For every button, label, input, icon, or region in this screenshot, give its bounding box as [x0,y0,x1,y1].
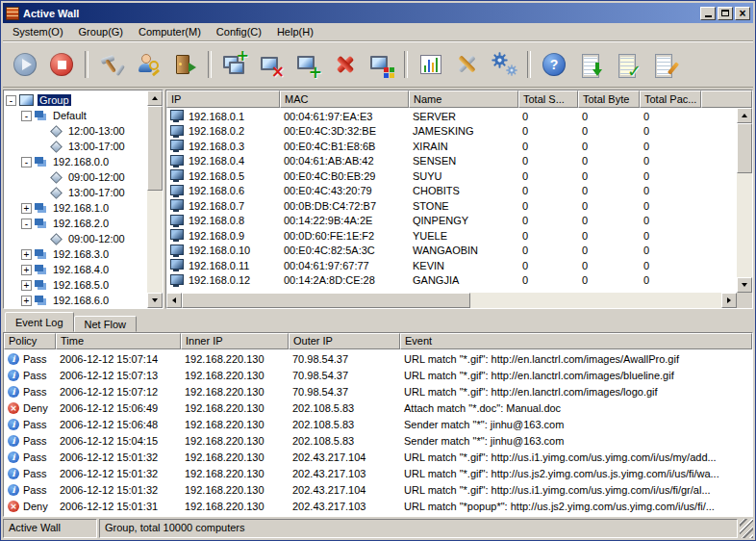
tree-expander[interactable]: - [21,219,32,229]
scroll-left-button[interactable] [166,293,182,308]
computer-row[interactable]: 192.168.0.2 00:E0:4C:3D:32:BE JAMESKING … [166,124,737,140]
event-row[interactable]: iPass 2006-12-12 15:01:32 192.168.220.13… [4,481,752,498]
computer-row[interactable]: 192.168.0.11 00:04:61:97:67:77 KEVIN 0 0… [166,258,737,273]
scroll-up-button[interactable] [147,90,163,106]
computer-row[interactable]: 192.168.0.1 00:04:61:97:EA:E3 SERVER 0 0… [166,109,737,124]
policy-button[interactable] [363,47,399,82]
tree-expander[interactable]: + [21,280,32,291]
services-button[interactable] [486,47,522,82]
column-header[interactable]: Total Byte [578,90,640,108]
tree-vertical-scrollbar[interactable] [147,90,163,308]
computer-total-packets: 0 [640,155,701,167]
chart-button[interactable] [413,47,449,82]
export-button[interactable] [572,47,609,82]
bottom-tab-strip: Event Log Net Flow [3,311,753,332]
install-button[interactable]: + [290,47,326,82]
event-row[interactable]: ×Deny 2006-12-12 15:06:49 192.168.220.13… [4,399,752,416]
tree-expander[interactable]: - [21,157,32,167]
verify-button[interactable]: ✓ [609,47,645,82]
computers-vertical-scrollbar[interactable] [737,108,752,293]
tree-item[interactable]: - 192.168.0.0 [4,154,147,169]
computer-row[interactable]: 192.168.0.7 00:0B:DB:C4:72:B7 STONE 0 0 … [166,198,737,214]
event-row[interactable]: iPass 2006-12-12 15:06:48 192.168.220.13… [4,416,752,432]
stop-button[interactable] [43,47,80,82]
tree-item[interactable]: + 192.168.6.0 [4,293,147,308]
computer-row[interactable]: 192.168.0.6 00:E0:4C:43:20:79 CHOBITS 0 … [166,184,737,199]
column-header[interactable]: MAC [280,90,409,108]
tab[interactable]: Event Log [5,312,74,332]
tree-expander[interactable]: - [21,111,32,121]
title-bar[interactable]: Active Wall [3,3,753,23]
event-row[interactable]: iPass 2006-12-12 15:01:32 192.168.220.13… [4,465,752,481]
column-header[interactable]: Total S... [518,90,578,108]
tree-item[interactable]: + 192.168.4.0 [4,262,147,277]
maximize-button[interactable] [718,7,733,20]
start-button[interactable] [7,47,43,82]
computers-horizontal-scrollbar[interactable] [166,293,752,308]
tree-expander[interactable]: + [21,296,32,306]
event-row[interactable]: iPass 2006-12-12 15:01:32 192.168.220.13… [4,449,752,465]
column-header[interactable]: Time [56,333,181,349]
menu-item[interactable]: Help(H) [269,24,321,39]
auth-button[interactable] [130,47,166,82]
tree-expander[interactable]: - [6,95,16,106]
tree-item[interactable]: + 192.168.3.0 [4,246,147,262]
tree-item[interactable]: 13:00-17:00 [4,139,147,154]
computer-row[interactable]: 192.168.0.5 00:E0:4C:B0:EB:29 SUYU 0 0 0 [166,168,737,184]
column-header[interactable]: Inner IP [181,333,289,349]
scroll-right-button[interactable] [721,293,737,308]
event-row[interactable]: iPass 2006-12-12 15:07:13 192.168.220.13… [4,367,752,383]
uninstall-button[interactable] [326,47,363,82]
tree-item[interactable]: - Group [4,92,147,108]
menu-item[interactable]: Config(C) [209,24,269,39]
tree-item[interactable]: 09:00-12:00 [4,169,147,185]
menu-item[interactable]: System(O) [5,24,71,39]
remove-computer-button[interactable]: × [253,47,290,82]
column-header[interactable]: Event [400,333,752,349]
column-header[interactable]: Outer IP [289,333,400,349]
event-row[interactable]: iPass 2006-12-12 15:07:14 192.168.220.13… [4,350,752,367]
add-computer-button[interactable]: + [216,47,253,82]
menu-item[interactable]: Computer(M) [131,24,209,39]
close-button[interactable] [735,7,750,20]
tree-item[interactable]: 13:00-17:00 [4,185,147,200]
computer-row[interactable]: 192.168.0.12 00:14:2A:8D:CE:28 GANGJIA 0… [166,273,737,289]
scrollbar-thumb[interactable] [737,123,752,173]
tree-item[interactable]: - 192.168.2.0 [4,216,147,231]
event-row[interactable]: iPass 2006-12-12 15:07:12 192.168.220.13… [4,383,752,399]
scroll-down-button[interactable] [147,293,163,308]
scroll-up-button[interactable] [737,108,752,123]
tree-expander[interactable]: + [21,203,32,214]
tree-expander[interactable]: + [21,249,32,260]
event-row[interactable]: ×Deny 2006-12-12 15:01:31 192.168.220.13… [4,498,752,514]
scroll-down-button[interactable] [737,277,752,293]
computer-row[interactable]: 192.168.0.4 00:04:61:AB:AB:42 SENSEN 0 0… [166,154,737,169]
column-header[interactable]: Policy [4,333,56,349]
menu-item[interactable]: Group(G) [71,24,131,39]
log-button[interactable] [645,47,682,82]
scrollbar-thumb[interactable] [147,106,163,191]
tree-item[interactable]: 12:00-13:00 [4,123,147,139]
resize-grip[interactable] [740,519,753,538]
event-row[interactable]: iPass 2006-12-12 15:04:15 192.168.220.13… [4,432,752,449]
help-button[interactable]: ? [536,47,572,82]
minimize-button[interactable] [700,7,716,20]
exit-button[interactable] [166,47,203,82]
column-header[interactable]: IP [166,90,280,108]
status-summary: Group, total 10000 computers [99,519,738,538]
tab[interactable]: Net Flow [74,316,137,332]
tree-item[interactable]: - Default [4,108,147,123]
tree-item[interactable]: 09:00-12:00 [4,231,147,246]
tools-button[interactable] [93,47,130,82]
column-header[interactable]: Name [409,90,518,108]
config-button[interactable] [449,47,486,82]
tree-item[interactable]: + 192.168.5.0 [4,277,147,293]
scrollbar-thumb[interactable] [182,293,470,308]
computer-row[interactable]: 192.168.0.8 00:14:22:9B:4A:2E QINPENGY 0… [166,214,737,229]
computer-row[interactable]: 192.168.0.3 00:E0:4C:B1:E8:6B XIRAIN 0 0… [166,139,737,154]
tree-item[interactable]: + 192.168.1.0 [4,200,147,216]
computer-row[interactable]: 192.168.0.9 00:0D:60:FE:1E:F2 YUELE 0 0 … [166,228,737,244]
column-header[interactable]: Total Pac... [640,90,701,108]
tree-expander[interactable]: + [21,265,32,275]
computer-row[interactable]: 192.168.0.10 00:E0:4C:82:5A:3C WANGAOBIN… [166,244,737,259]
